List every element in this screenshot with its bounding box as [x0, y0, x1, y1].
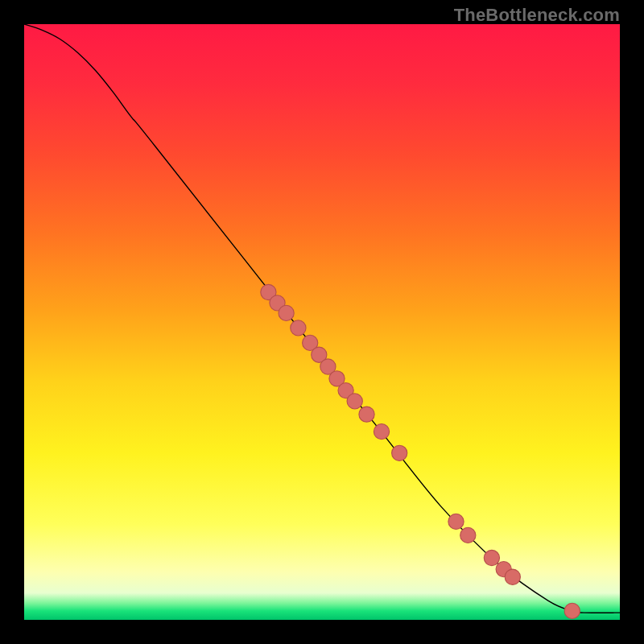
- data-point: [484, 550, 499, 565]
- data-point: [279, 305, 294, 320]
- chart-frame: TheBottleneck.com: [0, 0, 644, 644]
- data-point: [392, 445, 407, 460]
- data-point: [505, 569, 520, 584]
- data-point: [359, 407, 374, 422]
- data-point: [347, 394, 362, 409]
- data-point: [374, 424, 389, 440]
- data-point: [448, 514, 464, 529]
- data-point: [460, 527, 476, 543]
- watermark-text: TheBottleneck.com: [454, 5, 620, 26]
- data-point: [564, 603, 580, 618]
- background-gradient: [24, 24, 620, 620]
- data-point: [291, 320, 306, 336]
- chart-plot: [24, 24, 620, 620]
